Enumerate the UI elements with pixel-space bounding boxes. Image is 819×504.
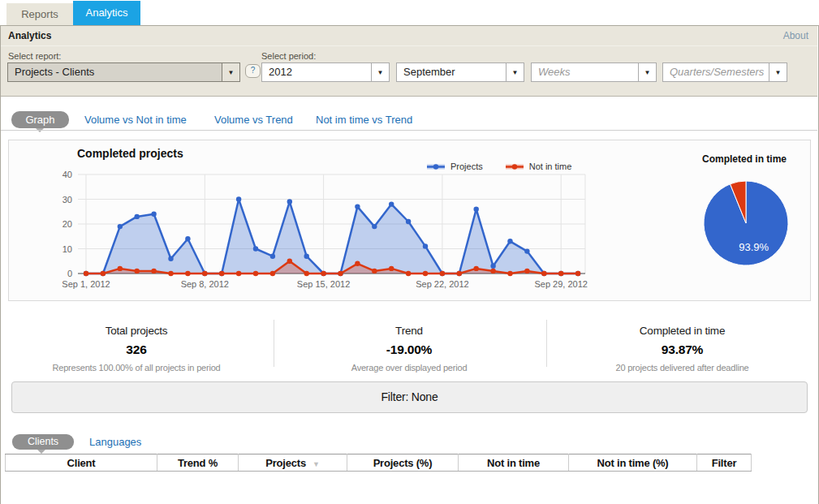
svg-text:30: 30: [63, 195, 72, 205]
quarters-dropdown[interactable]: Quarters/Semesters ▼: [662, 62, 787, 82]
stats-divider: [546, 320, 547, 367]
year-dropdown[interactable]: 2012 ▼: [261, 62, 390, 82]
svg-text:Sep 15, 2012: Sep 15, 2012: [297, 279, 350, 289]
stat-value: -19.00%: [273, 342, 545, 357]
select-area: Select report: Select period: Projects -…: [1, 46, 817, 97]
svg-text:20: 20: [63, 219, 72, 229]
month-dropdown[interactable]: September ▼: [396, 62, 524, 82]
not-in-time-legend-icon: [504, 162, 525, 171]
tab-volume-vs-not-in-time[interactable]: Volume vs Not in time: [84, 114, 187, 126]
svg-text:Sep 8, 2012: Sep 8, 2012: [181, 279, 229, 289]
svg-text:40: 40: [63, 170, 72, 179]
pie-chart-title: Completed in time: [679, 153, 809, 165]
stat-completed-in-time: Completed in time 93.87% 20 projects del…: [545, 318, 819, 373]
svg-text:93.9%: 93.9%: [739, 241, 769, 253]
dropdown-arrow-icon[interactable]: ▼: [222, 63, 239, 81]
analytics-page: Reports Analytics Analytics About Select…: [0, 0, 819, 504]
svg-text:Sep 29, 2012: Sep 29, 2012: [534, 279, 587, 289]
report-dropdown[interactable]: Projects - Clients ▼: [7, 62, 240, 82]
col-trend[interactable]: Trend %: [157, 454, 239, 472]
legend-item-projects: Projects: [425, 162, 483, 171]
dropdown-arrow-glyph: ▼: [228, 69, 235, 76]
legend-label: Not in time: [529, 162, 572, 171]
stat-label: Completed in time: [545, 325, 819, 337]
dropdown-arrow-icon[interactable]: ▼: [769, 63, 787, 81]
stat-value: 326: [0, 342, 273, 357]
chart-panel: 010203040Sep 1, 2012Sep 8, 2012Sep 15, 2…: [8, 140, 811, 301]
col-not-in-time-pct[interactable]: Not in time (%): [569, 454, 697, 472]
select-report-label: Select report:: [8, 51, 61, 61]
dropdown-arrow-icon[interactable]: ▼: [638, 63, 656, 81]
svg-text:Sep 22, 2012: Sep 22, 2012: [416, 279, 468, 289]
stat-label: Total projects: [0, 325, 273, 337]
table-header-row: Client Trend % Projects▼ Projects (%) No…: [6, 454, 752, 472]
sort-desc-icon: ▼: [313, 460, 320, 468]
col-projects-pct[interactable]: Projects (%): [347, 454, 459, 472]
select-period-label: Select period:: [261, 51, 316, 61]
completed-in-time-pie: 93.9%: [699, 176, 793, 274]
dropdown-arrow-glyph: ▼: [377, 69, 384, 76]
col-filter[interactable]: Filter: [697, 454, 752, 472]
stats-divider: [274, 320, 274, 367]
month-dropdown-value[interactable]: September: [397, 63, 506, 81]
stat-subtext: Average over displayed period: [273, 363, 545, 373]
tab-volume-vs-trend[interactable]: Volume vs Trend: [214, 114, 293, 126]
stat-subtext: 20 projects delivered after deadline: [545, 363, 819, 373]
weeks-dropdown[interactable]: Weeks ▼: [531, 62, 657, 82]
quarters-dropdown-placeholder[interactable]: Quarters/Semesters: [663, 63, 769, 81]
dropdown-arrow-glyph: ▼: [775, 69, 782, 76]
report-dropdown-value[interactable]: Projects - Clients: [8, 63, 222, 81]
tab-reports[interactable]: Reports: [6, 3, 73, 25]
col-not-in-time[interactable]: Not in time: [459, 454, 569, 472]
tabs-divider: [1, 130, 817, 131]
projects-legend-icon: [425, 162, 446, 171]
svg-text:Sep 1, 2012: Sep 1, 2012: [62, 279, 110, 289]
header-bar: Analytics About: [1, 26, 817, 46]
svg-text:10: 10: [63, 244, 72, 254]
clients-table: Client Trend % Projects▼ Projects (%) No…: [5, 454, 752, 472]
col-projects[interactable]: Projects▼: [239, 454, 347, 472]
svg-text:0: 0: [67, 269, 72, 278]
dropdown-arrow-glyph: ▼: [644, 69, 651, 76]
dropdown-arrow-icon[interactable]: ▼: [371, 63, 389, 81]
stat-value: 93.87%: [545, 342, 819, 357]
filter-summary-bar[interactable]: Filter: None: [11, 381, 808, 413]
chart-legend: Projects Not in time: [425, 162, 571, 171]
tab-clients[interactable]: Clients: [12, 434, 74, 450]
stat-trend: Trend -19.00% Average over displayed per…: [273, 318, 545, 373]
tab-graph[interactable]: Graph: [11, 111, 69, 128]
legend-item-not-in-time: Not in time: [504, 162, 572, 171]
line-chart-title: Completed projects: [77, 147, 183, 160]
stat-total-projects: Total projects 326 Represents 100.00% of…: [0, 318, 273, 373]
col-client[interactable]: Client: [6, 454, 157, 472]
stat-subtext: Represents 100.00% of all projects in pe…: [0, 363, 273, 373]
weeks-dropdown-placeholder[interactable]: Weeks: [532, 63, 638, 81]
col-projects-label: Projects: [265, 457, 306, 469]
dropdown-arrow-icon[interactable]: ▼: [506, 63, 524, 81]
tab-languages[interactable]: Languages: [89, 436, 141, 448]
help-icon[interactable]: ?: [245, 64, 261, 78]
page-title: Analytics: [8, 30, 51, 41]
legend-label: Projects: [450, 162, 483, 171]
tab-not-im-time-vs-trend[interactable]: Not im time vs Trend: [316, 114, 412, 126]
help-glyph: ?: [251, 66, 256, 75]
stat-label: Trend: [273, 325, 545, 337]
dropdown-arrow-glyph: ▼: [512, 69, 519, 76]
tab-analytics[interactable]: Analytics: [73, 1, 140, 25]
year-dropdown-value[interactable]: 2012: [262, 63, 371, 81]
about-link[interactable]: About: [783, 30, 808, 41]
